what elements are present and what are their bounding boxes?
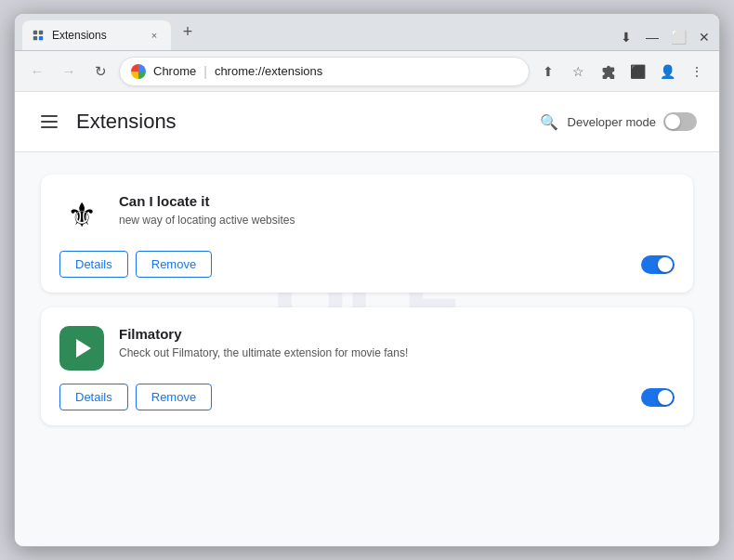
extensions-header: Extensions 🔍 Developer mode <box>15 92 719 152</box>
active-tab[interactable]: Extensions × <box>22 20 171 50</box>
hamburger-menu-button[interactable] <box>37 107 67 137</box>
hamburger-line-2 <box>41 121 58 123</box>
extension-card-filmatory: Filmatory Check out Filmatory, the ultim… <box>41 307 693 425</box>
address-separator: | <box>203 64 207 79</box>
extension-icon-filmatory <box>59 326 104 371</box>
search-button[interactable]: 🔍 <box>534 107 564 137</box>
extension-desc-2: Check out Filmatory, the ultimate extens… <box>119 345 675 361</box>
window-controls: ⬇ — ⬜ ✕ <box>619 30 712 50</box>
chrome-logo-icon <box>131 64 146 79</box>
page-title: Extensions <box>76 110 177 134</box>
ext-toggle-wrap-2 <box>641 388 675 407</box>
minimize-button[interactable]: — <box>645 30 660 45</box>
extensions-button[interactable] <box>595 59 621 85</box>
svg-rect-0 <box>33 31 37 34</box>
title-bar: Extensions × + ⬇ — ⬜ ✕ <box>15 14 719 51</box>
toggle-knob-1 <box>658 257 673 272</box>
ext-card-top-2: Filmatory Check out Filmatory, the ultim… <box>59 326 675 371</box>
svg-rect-1 <box>39 31 43 34</box>
extension-name-2: Filmatory <box>119 326 675 342</box>
nav-action-buttons: ⬆ ☆ ⬛ 👤 ⋮ <box>535 59 710 85</box>
menu-button[interactable]: ⋮ <box>684 59 710 85</box>
new-tab-button[interactable]: + <box>175 20 201 46</box>
address-url: chrome://extensions <box>215 64 322 78</box>
extension-toggle-2[interactable] <box>641 388 675 407</box>
refresh-button[interactable]: ↻ <box>87 59 113 85</box>
address-bar[interactable]: Chrome | chrome://extensions <box>119 57 530 86</box>
details-button-2[interactable]: Details <box>59 384 128 410</box>
remove-button-1[interactable]: Remove <box>136 251 212 278</box>
toggle-knob <box>665 114 680 129</box>
ext-toggle-wrap-1 <box>641 255 675 274</box>
ext-card-top-1: ⚜ Can I locate it new way of locating ac… <box>59 193 675 238</box>
maximize-button[interactable]: ⬜ <box>671 30 686 45</box>
restore-button[interactable]: ⬇ <box>619 30 634 45</box>
browser-window: Extensions × + ⬇ — ⬜ ✕ ← → ↻ Chrome | ch… <box>14 13 720 547</box>
developer-mode-label: Developer mode <box>568 115 656 129</box>
svg-rect-3 <box>39 36 43 40</box>
extension-icon-can-i-locate-it: ⚜ <box>59 193 104 238</box>
navigation-bar: ← → ↻ Chrome | chrome://extensions ⬆ ☆ ⬛… <box>15 51 719 92</box>
play-triangle-icon <box>76 339 91 358</box>
tab-title: Extensions <box>52 29 139 42</box>
ext-card-bottom-1: Details Remove <box>59 251 675 278</box>
back-button[interactable]: ← <box>24 59 50 85</box>
tab-close-button[interactable]: × <box>147 28 162 43</box>
hamburger-line-3 <box>41 126 58 128</box>
svg-text:⚜: ⚜ <box>67 197 97 234</box>
split-view-button[interactable]: ⬛ <box>624 59 650 85</box>
extension-toggle-1[interactable] <box>641 255 675 274</box>
extension-info-2: Filmatory Check out Filmatory, the ultim… <box>119 326 675 361</box>
share-button[interactable]: ⬆ <box>535 59 561 85</box>
remove-button-2[interactable]: Remove <box>136 384 212 410</box>
tab-favicon <box>32 29 45 42</box>
ext-card-bottom-2: Details Remove <box>59 384 675 410</box>
extensions-list: QLF ⚜ Can I locate it new way of locatin… <box>15 152 719 448</box>
address-brand: Chrome <box>153 64 196 78</box>
svg-rect-2 <box>33 36 37 40</box>
profile-button[interactable]: 👤 <box>654 59 680 85</box>
forward-button[interactable]: → <box>56 59 82 85</box>
details-button-1[interactable]: Details <box>59 251 128 278</box>
extension-info-1: Can I locate it new way of locating acti… <box>119 193 675 228</box>
hamburger-line-1 <box>41 115 58 117</box>
extension-card-can-i-locate-it: ⚜ Can I locate it new way of locating ac… <box>41 175 693 293</box>
developer-mode-toggle[interactable] <box>663 112 697 131</box>
bookmark-button[interactable]: ☆ <box>565 59 591 85</box>
page-content: Extensions 🔍 Developer mode QLF ⚜ <box>15 92 719 546</box>
toggle-knob-2 <box>658 390 673 405</box>
extension-name-1: Can I locate it <box>119 193 675 209</box>
close-button[interactable]: ✕ <box>697 30 712 45</box>
extension-desc-1: new way of locating active websites <box>119 213 675 228</box>
